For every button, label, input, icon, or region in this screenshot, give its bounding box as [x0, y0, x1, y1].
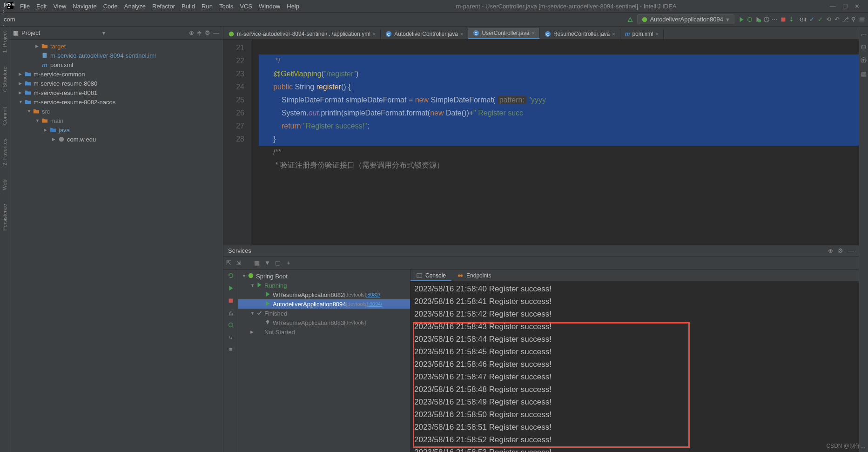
settings-icon[interactable]: ▤ — [858, 15, 866, 24]
menu-vcs[interactable]: VCS — [236, 3, 256, 10]
tb-expand-all-icon[interactable]: ⇱ — [226, 259, 231, 266]
tree-node[interactable]: ▼main — [9, 116, 223, 125]
menu-code[interactable]: Code — [100, 3, 121, 10]
services-expand-icon[interactable]: ⊕ — [828, 247, 833, 254]
search-icon[interactable]: ⚲ — [849, 15, 858, 24]
editor-tab[interactable]: CUserController.java× — [468, 28, 539, 39]
svc-rerun-icon[interactable] — [228, 272, 234, 280]
svg-point-11 — [758, 19, 761, 22]
editor-tab[interactable]: CAutodeliverController.java× — [381, 29, 468, 39]
profile-icon[interactable] — [762, 15, 771, 24]
editor-tab[interactable]: mpom.xml× — [620, 29, 664, 39]
services-tree[interactable]: ▼Spring Boot▼RunningWResumeApplication80… — [238, 270, 410, 452]
ant-icon[interactable]: ▤ — [861, 70, 867, 77]
editor-tab[interactable]: m-service-autodeliver-8094-sentinel\...\… — [223, 29, 381, 39]
select-opened-icon[interactable]: ⊕ — [189, 29, 194, 36]
services-tree-item[interactable]: ▶Not Started — [238, 327, 410, 337]
code-line: */ — [259, 57, 280, 65]
menu-tools[interactable]: Tools — [216, 3, 236, 10]
svc-exit-icon[interactable]: ⤷ — [228, 334, 233, 341]
tree-node[interactable]: ▶m-service-common — [9, 69, 223, 79]
console-output[interactable]: 2023/58/16 21:58:40 Register success!202… — [410, 282, 859, 452]
window-title: m-parent - UserController.java [m-servic… — [303, 3, 830, 10]
debug-icon[interactable] — [746, 15, 754, 24]
tb-collapse-all-icon[interactable]: ⇲ — [236, 259, 241, 266]
code-editor[interactable]: 2122232425262728 */ @GetMapping("/regist… — [223, 40, 859, 245]
web-tool-button[interactable]: Web — [2, 180, 7, 190]
stop-icon[interactable] — [779, 15, 787, 24]
svg-point-25 — [249, 273, 254, 278]
coverage-icon[interactable] — [754, 15, 762, 24]
console-line: 2023/58/16 21:58:42 Register success! — [414, 308, 855, 320]
menu-window[interactable]: Window — [256, 3, 283, 10]
services-tree-item[interactable]: ▼Running — [238, 281, 410, 290]
maven-icon[interactable]: ⓜ — [861, 56, 867, 65]
menu-build[interactable]: Build — [178, 3, 198, 10]
git-revert-icon[interactable]: ↶ — [833, 15, 841, 24]
tree-node[interactable]: ▶com.w.edu — [9, 135, 223, 144]
favorites-tool-button[interactable]: 2: Favorites — [2, 139, 7, 165]
services-tree-item[interactable]: ▼Spring Boot — [238, 271, 410, 281]
tree-node[interactable]: ▶target — [9, 41, 223, 51]
endpoints-tab[interactable]: Endpoints — [451, 271, 497, 281]
menu-help[interactable]: Help — [283, 3, 303, 10]
git-label: Git: — [800, 17, 807, 22]
gear-icon[interactable]: ⚙ — [205, 29, 210, 36]
tree-node[interactable]: ▶java — [9, 125, 223, 135]
svc-run-icon[interactable] — [228, 285, 234, 293]
console-tab[interactable]: Console — [410, 271, 451, 281]
git-push-icon[interactable]: ✓ — [816, 15, 824, 24]
close-icon[interactable]: ✕ — [855, 3, 860, 10]
structure-tool-button[interactable]: 7: Structure — [2, 67, 7, 93]
run-icon[interactable] — [737, 15, 746, 24]
tb-layout-icon[interactable]: ▢ — [275, 259, 281, 266]
database-icon[interactable]: ⛁ — [861, 44, 866, 51]
commit-tool-button[interactable]: Commit — [2, 107, 7, 125]
services-gear-icon[interactable]: ⚙ — [838, 247, 843, 254]
tree-node[interactable]: ▶m-service-resume-8081 — [9, 88, 223, 97]
expand-icon[interactable]: ≑ — [197, 29, 202, 36]
tree-node[interactable]: ▼src — [9, 107, 223, 116]
tree-node[interactable]: mpom.xml — [9, 60, 223, 69]
services-tree-item[interactable]: WResumeApplication8083 [devtools] — [238, 318, 410, 327]
maximize-icon[interactable]: ☐ — [842, 3, 848, 10]
git-commit-icon[interactable]: ✓ — [807, 15, 816, 24]
services-tree-item[interactable]: ▼Finished — [238, 309, 410, 318]
services-tree-item[interactable]: AutodeliverApplication8094 [devtools] :8… — [238, 299, 410, 309]
menu-analyze[interactable]: Analyze — [121, 3, 149, 10]
build-icon[interactable] — [626, 15, 634, 24]
tb-filter-icon[interactable]: ▼ — [264, 259, 270, 266]
code-area[interactable]: */ @GetMapping("/register") public Strin… — [251, 40, 859, 245]
run-config-selector[interactable]: AutodeliverApplication8094 ▼ — [637, 14, 734, 24]
tb-group-icon[interactable]: ▦ — [254, 259, 260, 266]
git-update-icon[interactable]: ⇣ — [787, 15, 796, 24]
git-history-icon[interactable]: ⟲ — [824, 15, 833, 24]
hide-icon[interactable]: — — [213, 29, 219, 36]
svc-camera-icon[interactable]: ⎙ — [229, 310, 233, 317]
tb-add-icon[interactable]: ＋ — [285, 259, 291, 267]
tree-node[interactable]: m-service-autodeliver-8094-sentinel.iml — [9, 51, 223, 60]
notifications-icon[interactable]: ▭ — [861, 31, 867, 38]
attach-icon[interactable]: ⋯ — [771, 15, 779, 24]
minimize-icon[interactable]: — — [830, 3, 836, 10]
svc-debug-icon[interactable] — [228, 322, 234, 330]
persistence-tool-button[interactable]: Persistence — [2, 204, 7, 230]
menu-refactor[interactable]: Refactor — [149, 3, 178, 10]
tree-node[interactable]: ▶m-service-resume-8080 — [9, 79, 223, 88]
project-tool-button[interactable]: 1: Project — [2, 31, 7, 53]
editor-tab[interactable]: CResumeController.java× — [540, 29, 620, 39]
console-tab-label: Console — [425, 272, 446, 279]
services-hide-icon[interactable]: — — [848, 247, 854, 254]
git-branch-icon[interactable]: ⎇ — [841, 15, 849, 24]
breadcrumb-item[interactable]: java — [2, 0, 102, 7]
services-tree-item[interactable]: WResumeApplication8082 [devtools] :8082/ — [238, 290, 410, 299]
project-tree[interactable]: ▶targetm-service-autodeliver-8094-sentin… — [9, 40, 223, 452]
tree-node[interactable]: ▼m-service-resume-8082-nacos — [9, 97, 223, 107]
console-line: 2023/58/16 21:58:45 Register success! — [414, 345, 855, 358]
breadcrumb-item[interactable]: com — [2, 16, 102, 23]
menu-run[interactable]: Run — [198, 3, 216, 10]
svc-stop-icon[interactable] — [228, 297, 234, 305]
svc-more-icon[interactable]: ≡ — [229, 346, 233, 353]
console-line: 2023/58/16 21:58:50 Register success! — [414, 408, 855, 421]
code-line: @GetMapping — [273, 70, 321, 78]
